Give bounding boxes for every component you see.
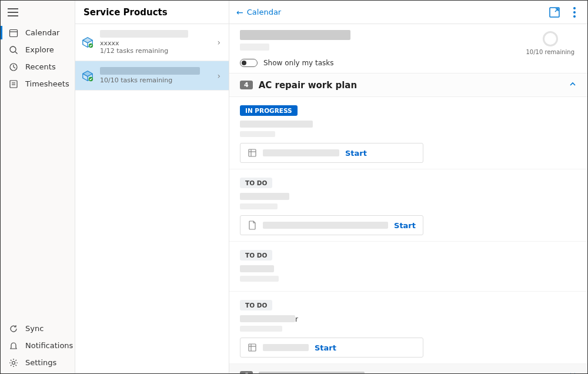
doc-name-redacted xyxy=(263,149,339,156)
task-sub-redacted xyxy=(240,276,279,282)
task-item[interactable]: IN PROGRESS Start xyxy=(229,97,587,169)
start-button[interactable]: Start xyxy=(315,343,336,352)
doc-icon xyxy=(248,343,257,352)
task-item[interactable]: TO DO xyxy=(229,242,587,292)
detail-pane: ← Calendar 10/10 remaining xyxy=(229,1,587,373)
nav-notifications[interactable]: Notifications xyxy=(1,337,75,354)
nav-settings[interactable]: Settings xyxy=(1,354,75,371)
arrow-left-icon: ← xyxy=(236,8,243,17)
nav-timesheets[interactable]: Timesheets xyxy=(1,75,75,92)
section-header[interactable]: 4 AC repair work plan xyxy=(229,74,587,97)
svg-rect-13 xyxy=(249,149,256,156)
doc-icon xyxy=(248,221,257,230)
section-count: 6 xyxy=(240,371,253,373)
start-button[interactable]: Start xyxy=(345,149,367,158)
product-list-column: Service Products xxxxx 1/12 tasks remain… xyxy=(75,1,229,373)
section-count: 4 xyxy=(240,81,253,89)
more-menu-button[interactable] xyxy=(569,6,580,18)
task-action-row: Start xyxy=(240,338,423,358)
task-item[interactable]: TO DO r Start xyxy=(229,292,587,364)
gear-icon xyxy=(9,358,18,368)
product-item[interactable]: 10/10 tasks remaining › xyxy=(75,61,229,91)
product-icon xyxy=(81,69,94,82)
back-label: Calendar xyxy=(247,8,281,16)
product-title-redacted xyxy=(100,30,188,38)
chevron-right-icon: › xyxy=(217,71,223,81)
nav-label: Sync xyxy=(25,324,44,333)
doc-name-redacted xyxy=(263,222,388,229)
product-item[interactable]: xxxxx 1/12 tasks remaining › xyxy=(75,24,229,61)
product-icon xyxy=(81,36,94,49)
product-list-title: Service Products xyxy=(75,1,229,24)
section-title: AC repair work plan xyxy=(259,80,563,91)
section-header[interactable]: 6 xyxy=(229,364,587,373)
task-title-redacted xyxy=(240,265,274,272)
chevron-up-icon xyxy=(569,79,577,91)
clock-icon xyxy=(9,62,18,72)
task-sub-redacted xyxy=(240,326,282,332)
svg-rect-0 xyxy=(10,29,18,36)
search-icon xyxy=(9,45,18,55)
task-title-redacted xyxy=(240,193,289,200)
doc-name-redacted xyxy=(263,344,309,351)
nav-label: Timesheets xyxy=(25,79,69,88)
status-pill: IN PROGRESS xyxy=(240,105,298,116)
nav-label: Calendar xyxy=(25,28,59,37)
nav-label: Recents xyxy=(25,62,56,71)
calendar-icon xyxy=(9,28,18,38)
nav-sync[interactable]: Sync xyxy=(1,320,75,337)
status-pill: TO DO xyxy=(240,250,272,261)
product-sub: 1/12 tasks remaining xyxy=(100,47,217,55)
nav-recents[interactable]: Recents xyxy=(1,58,75,75)
toggle-label: Show only my tasks xyxy=(263,59,334,67)
svg-point-2 xyxy=(10,46,16,52)
status-pill: TO DO xyxy=(240,300,272,310)
show-only-my-tasks-toggle[interactable] xyxy=(240,59,258,67)
back-button[interactable]: ← Calendar xyxy=(236,8,281,17)
nav-calendar[interactable]: Calendar xyxy=(1,24,75,41)
nav-label: Settings xyxy=(25,358,56,367)
progress-ring xyxy=(543,31,558,46)
product-title-redacted xyxy=(100,67,200,75)
sync-icon xyxy=(9,324,18,333)
product-label: xxxxx xyxy=(100,39,217,47)
chevron-right-icon: › xyxy=(217,38,223,47)
svg-rect-16 xyxy=(249,344,256,351)
overview-title-redacted xyxy=(240,30,350,40)
nav-label: Explore xyxy=(25,45,54,54)
status-pill: TO DO xyxy=(240,178,272,188)
hamburger-menu[interactable] xyxy=(8,8,18,16)
overview-sub-redacted xyxy=(240,44,269,51)
expand-button[interactable] xyxy=(549,6,560,18)
doc-icon xyxy=(248,148,257,158)
section-title-redacted xyxy=(259,372,365,374)
timesheet-icon xyxy=(9,79,18,89)
svg-point-8 xyxy=(12,361,15,364)
product-sub: 10/10 tasks remaining xyxy=(100,76,217,84)
start-button[interactable]: Start xyxy=(394,221,416,230)
task-item[interactable]: TO DO Start xyxy=(229,169,587,242)
left-sidebar: Calendar Explore Recents Timesheets xyxy=(1,1,75,373)
bell-icon xyxy=(9,341,18,350)
task-sub-redacted xyxy=(240,203,278,209)
task-action-row: Start xyxy=(240,143,423,163)
chevron-down-icon xyxy=(569,370,577,373)
task-title-redacted xyxy=(240,315,295,322)
nav-label: Notifications xyxy=(25,341,73,350)
task-title-redacted xyxy=(240,121,313,128)
task-sub-redacted xyxy=(240,131,275,137)
remaining-text: 10/10 remaining xyxy=(526,49,575,55)
task-action-row: Start xyxy=(240,215,423,235)
svg-rect-5 xyxy=(10,81,17,88)
nav-explore[interactable]: Explore xyxy=(1,41,75,58)
svg-line-3 xyxy=(15,52,18,54)
